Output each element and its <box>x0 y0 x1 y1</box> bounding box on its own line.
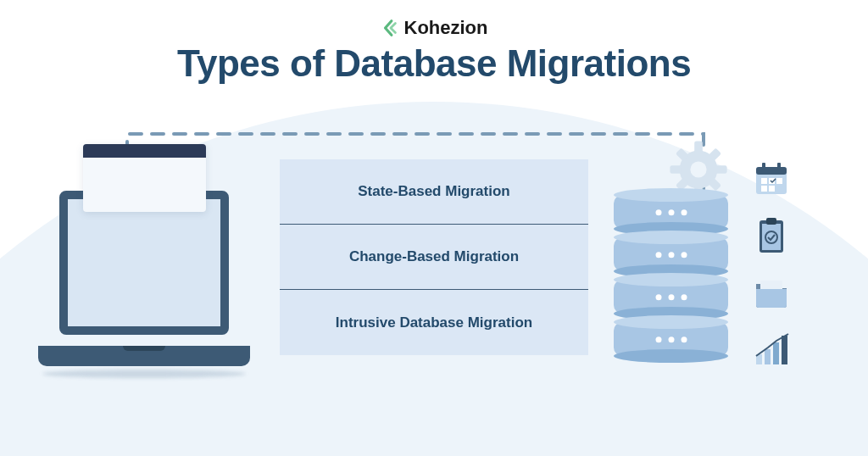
svg-rect-21 <box>766 218 776 225</box>
svg-rect-26 <box>773 342 779 364</box>
bar-chart-icon <box>749 327 793 371</box>
svg-rect-14 <box>761 178 767 184</box>
database-cylinder-4 <box>614 322 728 356</box>
popup-card <box>83 144 206 212</box>
svg-rect-25 <box>765 349 771 364</box>
svg-rect-12 <box>762 163 765 170</box>
database-cylinder-1 <box>614 195 728 229</box>
svg-rect-13 <box>777 163 781 170</box>
svg-rect-17 <box>761 186 767 192</box>
svg-rect-1 <box>694 141 703 153</box>
svg-point-9 <box>690 161 706 177</box>
database-cylinder-3 <box>614 280 728 314</box>
database-cylinder-2 <box>614 237 728 271</box>
calendar-icon <box>749 157 793 201</box>
page-title: Types of Database Migrations <box>0 42 868 85</box>
brand-logo: Kohezion <box>381 17 488 39</box>
svg-rect-16 <box>776 178 782 184</box>
database-illustration-group <box>605 170 843 371</box>
migration-item-change: Change-Based Migration <box>280 225 588 290</box>
svg-rect-4 <box>715 165 726 174</box>
svg-rect-18 <box>769 186 775 192</box>
svg-rect-3 <box>670 165 682 174</box>
database-stack <box>605 170 737 369</box>
content-row: State-Based Migration Change-Based Migra… <box>0 170 868 407</box>
svg-rect-27 <box>782 336 787 364</box>
laptop-illustration <box>25 170 263 390</box>
laptop-base <box>38 346 250 366</box>
clipboard-check-icon <box>749 214 793 258</box>
migration-item-intrusive: Intrusive Database Migration <box>280 290 588 355</box>
laptop-shadow <box>42 370 246 378</box>
svg-rect-11 <box>756 167 787 175</box>
folder-icon <box>749 270 793 314</box>
laptop-screen <box>59 191 229 335</box>
header: Kohezion Types of Database Migrations <box>0 17 868 85</box>
migration-item-state: State-Based Migration <box>280 159 588 225</box>
laptop-notch <box>123 346 165 351</box>
kohezion-logo-icon <box>381 19 399 37</box>
brand-name: Kohezion <box>404 17 488 39</box>
side-icon-column <box>749 157 793 371</box>
migration-list: State-Based Migration Change-Based Migra… <box>280 159 588 355</box>
